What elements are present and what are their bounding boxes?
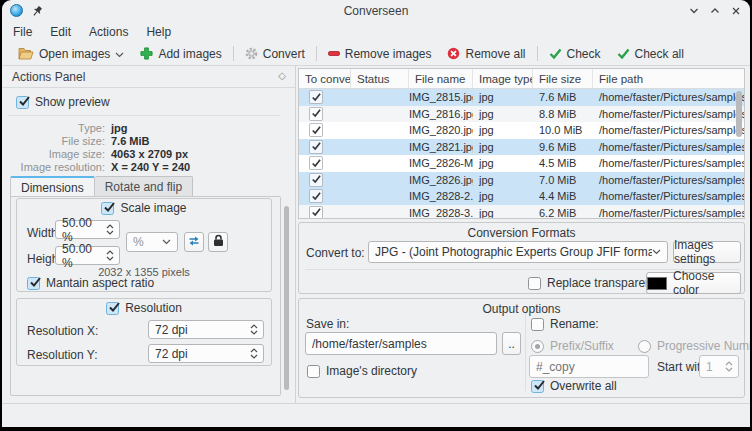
minimize-button[interactable]	[689, 6, 699, 16]
resolution-y-value: 72 dpi	[149, 347, 247, 361]
table-row[interactable]: IMG_2828-3.jpg jpg 6.2 MiB /home/faster/…	[299, 205, 744, 220]
images-directory-checkbox[interactable]: Image's directory	[307, 364, 417, 378]
resolution-x-spinbox[interactable]: 72 dpi	[148, 320, 264, 339]
menu-actions[interactable]: Actions	[80, 23, 137, 41]
col-status[interactable]: Status	[351, 69, 409, 88]
convert-button[interactable]: Convert	[237, 45, 313, 63]
unit-value: %	[127, 235, 144, 249]
row-convert-checkbox[interactable]	[299, 156, 351, 170]
check-all-button[interactable]: Check all	[609, 45, 692, 63]
checkbox-box	[309, 156, 323, 170]
remove-all-button[interactable]: Remove all	[439, 45, 533, 63]
choose-color-button[interactable]: Choose color	[646, 272, 741, 294]
table-row[interactable]: IMG_2826.jpg jpg 7.0 MiB /home/faster/Pi…	[299, 172, 744, 189]
spinner-arrows-icon[interactable]	[103, 250, 117, 261]
panel-scrollbar[interactable]	[284, 206, 289, 390]
row-convert-checkbox[interactable]	[299, 140, 351, 154]
info-value: X = 240 Y = 240	[111, 161, 190, 173]
open-images-button[interactable]: Open images	[10, 45, 132, 63]
cell-file-name: IMG_2815.jpg	[409, 91, 473, 103]
table-row[interactable]: IMG_2826-Mo... jpg 4.5 MiB /home/faster/…	[299, 155, 744, 172]
row-convert-checkbox[interactable]	[299, 189, 351, 203]
spinner-arrows-icon[interactable]	[247, 324, 261, 335]
resolution-y-spinbox[interactable]: 72 dpi	[148, 344, 264, 363]
close-button[interactable]	[731, 6, 741, 16]
cell-file-path: /home/faster/Pictures/samples	[593, 190, 744, 202]
actions-panel: Actions Panel ◇ Show preview Type: jpg F…	[2, 66, 296, 403]
cell-image-type: jpg	[473, 157, 533, 169]
lock-ratio-button[interactable]	[208, 232, 228, 252]
toolbar-separator	[537, 46, 538, 61]
width-value: 50.00 %	[56, 216, 103, 244]
cell-file-size: 6.2 MiB	[533, 207, 593, 219]
col-file-path[interactable]: File path	[593, 69, 744, 88]
save-in-input[interactable]: /home/faster/samples	[305, 332, 497, 355]
row-convert-checkbox[interactable]	[299, 90, 351, 104]
progressive-number-radio[interactable]: Progressive Number	[638, 339, 750, 353]
images-settings-button[interactable]: Images settings	[673, 241, 741, 263]
spinner-arrows-icon[interactable]	[722, 361, 736, 372]
cell-image-type: jpg	[473, 124, 533, 136]
rename-checkbox[interactable]: Rename:	[531, 317, 599, 331]
resolution-group: Resolution Resolution X: 72 dpi Resoluti…	[16, 298, 272, 366]
cell-file-path: /home/faster/Pictures/samples	[593, 141, 744, 153]
row-convert-checkbox[interactable]	[299, 123, 351, 137]
info-label: Image resolution:	[2, 161, 105, 173]
save-in-label: Save in:	[306, 317, 349, 331]
table-row[interactable]: IMG_2816.jpg jpg 8.8 MiB /home/faster/Pi…	[299, 106, 744, 123]
format-combobox[interactable]: JPG - (Joint Photographic Experts Group …	[368, 241, 668, 263]
table-row[interactable]: IMG_2815.jpg jpg 7.6 MiB /home/faster/Pi…	[299, 89, 744, 106]
resolution-y-label: Resolution Y:	[27, 348, 98, 362]
actions-panel-title: Actions Panel	[12, 70, 85, 84]
table-scrollbar[interactable]	[736, 91, 742, 137]
scale-image-checkbox[interactable]: Scale image	[101, 201, 186, 215]
spinner-arrows-icon[interactable]	[103, 224, 117, 235]
overwrite-all-checkbox[interactable]: Overwrite all	[531, 379, 617, 393]
maintain-aspect-label: Mantain aspect ratio	[46, 276, 154, 290]
col-to-convert[interactable]: To convert	[299, 69, 351, 88]
toolbar-separator	[316, 46, 317, 61]
checkbox-box	[101, 202, 114, 215]
resolution-x-value: 72 dpi	[149, 323, 247, 337]
start-with-spinbox[interactable]: 1	[699, 355, 739, 378]
height-spinbox[interactable]: 50.00 %	[55, 246, 120, 265]
row-convert-checkbox[interactable]	[299, 107, 351, 121]
resolution-checkbox[interactable]: Resolution	[106, 301, 182, 315]
add-icon	[140, 47, 153, 60]
unit-combobox[interactable]: %	[126, 232, 178, 252]
output-options-group: Output options Save in: /home/faster/sam…	[298, 298, 745, 398]
row-convert-checkbox[interactable]	[299, 206, 351, 219]
check-button[interactable]: Check	[541, 45, 609, 63]
table-row[interactable]: IMG_2820.jpg jpg 10.0 MiB /home/faster/P…	[299, 122, 744, 139]
width-spinbox[interactable]: 50.00 %	[55, 220, 120, 239]
tab-rotate-and-flip[interactable]: Rotate and flip	[95, 176, 193, 197]
browse-button[interactable]: ..	[502, 332, 521, 355]
maintain-aspect-checkbox[interactable]: Mantain aspect ratio	[27, 276, 154, 290]
menu-help[interactable]: Help	[137, 23, 180, 41]
row-convert-checkbox[interactable]	[299, 173, 351, 187]
float-panel-icon[interactable]: ◇	[278, 70, 286, 81]
prefix-suffix-radio[interactable]: Prefix/Suffix	[531, 339, 614, 353]
col-file-size[interactable]: File size	[533, 69, 593, 88]
add-images-button[interactable]: Add images	[132, 45, 229, 63]
table-row[interactable]: IMG_2828-2.jpg jpg 4.4 MiB /home/faster/…	[299, 188, 744, 205]
maximize-button[interactable]	[710, 6, 720, 16]
status-bar	[2, 403, 750, 427]
table-row[interactable]: IMG_2821.jpg jpg 9.6 MiB /home/faster/Pi…	[299, 139, 744, 156]
swap-dimensions-button[interactable]	[184, 232, 204, 252]
convert-to-label: Convert to:	[306, 246, 365, 260]
rename-pattern-input[interactable]	[529, 355, 649, 378]
menu-edit[interactable]: Edit	[41, 23, 80, 41]
col-file-name[interactable]: File name	[409, 69, 473, 88]
cell-file-path: /home/faster/Pictures/samples	[593, 207, 744, 219]
show-preview-checkbox[interactable]: Show preview	[16, 95, 110, 109]
menu-file[interactable]: File	[4, 23, 41, 41]
titlebar[interactable]: Converseen	[2, 0, 750, 22]
remove-images-button[interactable]: Remove images	[320, 45, 440, 63]
spinner-arrows-icon[interactable]	[247, 348, 261, 359]
tab-dimensions[interactable]: Dimensions	[10, 176, 95, 197]
checkbox-box	[531, 318, 544, 331]
col-image-type[interactable]: Image type	[473, 69, 533, 88]
convert-label: Convert	[263, 47, 305, 61]
info-label: Type:	[2, 122, 105, 134]
